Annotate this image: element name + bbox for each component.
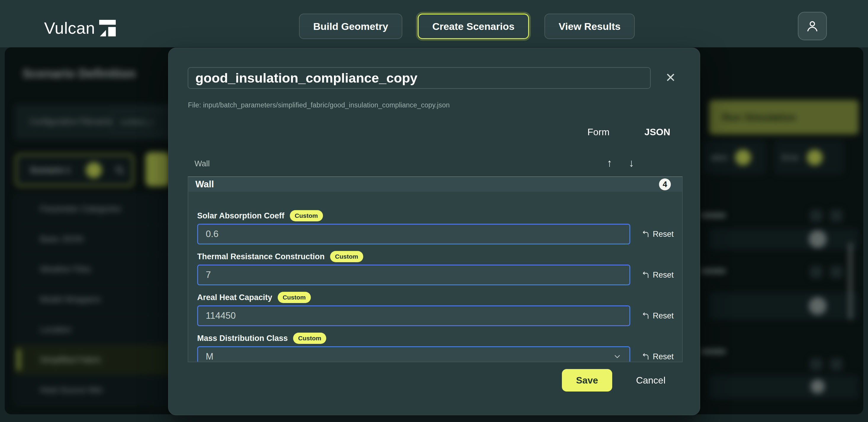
undo-icon [642,230,650,238]
sort-controls: ↑ ↓ [607,157,634,169]
field-label: Solar Absorption Coeff [197,211,284,221]
tab-json[interactable]: JSON [645,127,670,138]
view-mode-tabs: Form JSON [587,127,670,138]
reset-label: Reset [653,270,674,280]
custom-badge: Custom [293,333,326,344]
reset-button[interactable]: Reset [642,352,674,361]
wall-section-count-badge: 4 [659,178,671,190]
field-row-thermal-resistance: Thermal Resistance Construction Custom R… [197,252,682,285]
mass-distribution-class-select[interactable]: M [197,346,630,362]
vulcan-logo-icon [99,20,116,36]
field-list: Solar Absorption Coeff Custom Reset [188,211,682,362]
nav-view-results-button[interactable]: View Results [545,13,635,39]
areal-heat-capacity-input[interactable] [197,305,630,326]
user-account-button[interactable] [798,12,827,40]
nav-create-scenarios-button[interactable]: Create Scenarios [418,13,529,39]
reset-label: Reset [653,311,674,321]
nav-build-geometry-button[interactable]: Build Geometry [299,13,402,39]
sort-down-icon[interactable]: ↓ [629,157,634,169]
wall-section-header: Wall 4 [188,177,682,192]
undo-icon [642,353,650,361]
field-row-solar-absorption: Solar Absorption Coeff Custom Reset [197,211,682,245]
reset-button[interactable]: Reset [642,270,674,280]
field-label: Mass Distribution Class [197,334,288,343]
wall-section-title: Wall [195,179,214,190]
sort-up-icon[interactable]: ↑ [607,157,612,169]
configuration-name-input[interactable] [188,67,651,89]
undo-icon [642,271,650,279]
main-nav: Build Geometry Create Scenarios View Res… [299,13,635,39]
file-path-label: File: input/batch_parameters/simplified_… [188,101,450,109]
close-icon[interactable]: × [661,67,680,87]
custom-badge: Custom [278,292,311,303]
solar-absorption-input[interactable] [197,224,630,245]
undo-icon [642,312,650,320]
person-icon [805,18,820,34]
field-label: Thermal Resistance Construction [197,252,325,261]
custom-badge: Custom [290,210,323,221]
field-row-mass-distribution-class: Mass Distribution Class Custom M [197,334,682,362]
vulcan-logo: Vulcan [44,18,116,38]
select-value: M [206,351,213,362]
app-window: Vulcan Build Geometry Create Scenarios V… [0,0,868,422]
custom-badge: Custom [330,251,363,262]
top-bar: Vulcan Build Geometry Create Scenarios V… [0,0,868,47]
reset-label: Reset [653,230,674,239]
fields-scroll-area[interactable]: Wall 4 Solar Absorption Coeff Custom [188,176,683,362]
tab-form[interactable]: Form [587,127,610,138]
logo-text: Vulcan [44,18,95,38]
save-button[interactable]: Save [562,369,613,391]
reset-button[interactable]: Reset [642,311,674,321]
reset-button[interactable]: Reset [642,230,674,239]
reset-label: Reset [653,352,674,361]
chevron-down-icon [613,352,622,361]
thermal-resistance-input[interactable] [197,265,630,285]
edit-scenario-modal: × File: input/batch_parameters/simplifie… [168,47,700,415]
cancel-button[interactable]: Cancel [636,375,665,386]
field-label: Areal Heat Capacity [197,293,272,302]
field-row-areal-heat-capacity: Areal Heat Capacity Custom Reset [197,293,682,326]
group-label: Wall [194,159,210,168]
modal-footer: Save Cancel [562,369,665,391]
